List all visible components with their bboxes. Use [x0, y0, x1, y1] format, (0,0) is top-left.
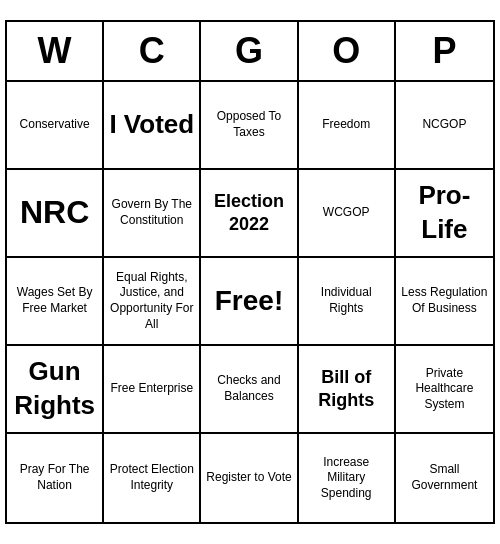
- bingo-card: WCGOP ConservativeI VotedOpposed To Taxe…: [5, 20, 495, 524]
- bingo-cell-19: Private Healthcare System: [396, 346, 493, 434]
- bingo-cell-8: WCGOP: [299, 170, 396, 258]
- bingo-cell-12: Free!: [201, 258, 298, 346]
- bingo-cell-10: Wages Set By Free Market: [7, 258, 104, 346]
- bingo-cell-3: Freedom: [299, 82, 396, 170]
- bingo-cell-16: Free Enterprise: [104, 346, 201, 434]
- header-letter-o: O: [299, 22, 396, 80]
- bingo-cell-0: Conservative: [7, 82, 104, 170]
- header-letter-p: P: [396, 22, 493, 80]
- bingo-cell-21: Protect Election Integrity: [104, 434, 201, 522]
- bingo-cell-2: Opposed To Taxes: [201, 82, 298, 170]
- bingo-grid: ConservativeI VotedOpposed To TaxesFreed…: [7, 82, 493, 522]
- bingo-cell-18: Bill of Rights: [299, 346, 396, 434]
- bingo-cell-6: Govern By The Constitution: [104, 170, 201, 258]
- bingo-cell-14: Less Regulation Of Business: [396, 258, 493, 346]
- bingo-cell-22: Register to Vote: [201, 434, 298, 522]
- bingo-cell-5: NRC: [7, 170, 104, 258]
- bingo-cell-4: NCGOP: [396, 82, 493, 170]
- bingo-header: WCGOP: [7, 22, 493, 82]
- header-letter-g: G: [201, 22, 298, 80]
- bingo-cell-1: I Voted: [104, 82, 201, 170]
- bingo-cell-20: Pray For The Nation: [7, 434, 104, 522]
- header-letter-w: W: [7, 22, 104, 80]
- bingo-cell-17: Checks and Balances: [201, 346, 298, 434]
- bingo-cell-13: Individual Rights: [299, 258, 396, 346]
- bingo-cell-15: Gun Rights: [7, 346, 104, 434]
- bingo-cell-9: Pro-Life: [396, 170, 493, 258]
- header-letter-c: C: [104, 22, 201, 80]
- bingo-cell-24: Small Government: [396, 434, 493, 522]
- bingo-cell-11: Equal Rights, Justice, and Opportunity F…: [104, 258, 201, 346]
- bingo-cell-23: Increase Military Spending: [299, 434, 396, 522]
- bingo-cell-7: Election 2022: [201, 170, 298, 258]
